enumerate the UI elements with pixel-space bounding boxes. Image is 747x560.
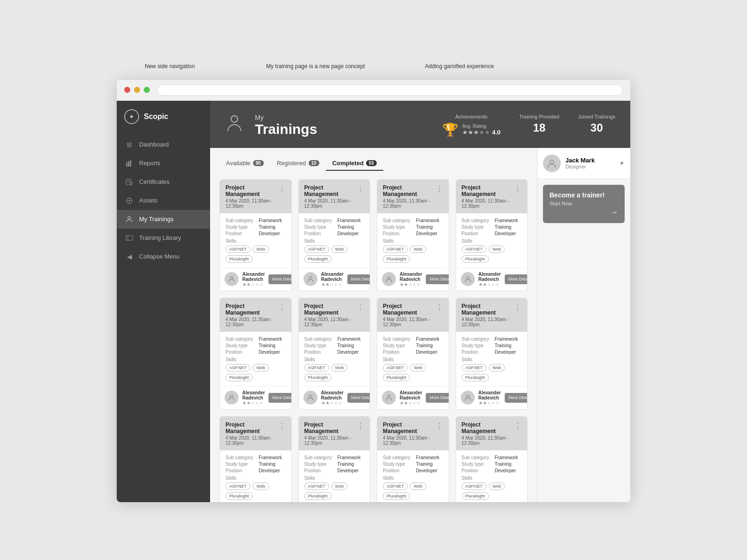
- instructor-avatar: [461, 391, 475, 405]
- card-body: Sub category Framework Study type Traini…: [377, 213, 449, 267]
- subcategory-label: Sub category: [462, 218, 492, 223]
- card-menu-button[interactable]: ⋮: [436, 184, 443, 193]
- card-date: 4 Mar 2020, 11:30am - 12:30pm: [226, 317, 278, 327]
- card-menu-button[interactable]: ⋮: [436, 303, 443, 312]
- skill-tag: ASP.NET: [304, 364, 329, 371]
- studytype-label: Study type: [226, 343, 256, 348]
- skill-tag: ASP.NET: [304, 483, 329, 490]
- card-footer: Alexander Radevich ★★★★★ More Details: [220, 386, 291, 409]
- svg-point-13: [128, 217, 131, 219]
- minimize-button[interactable]: [134, 87, 140, 93]
- card-row-subcategory: Sub category Framework: [226, 336, 286, 342]
- more-details-button[interactable]: More Details: [505, 274, 528, 285]
- subcategory-label: Sub category: [383, 218, 413, 223]
- card-menu-button[interactable]: ⋮: [357, 421, 364, 430]
- tab-registered[interactable]: Registered 10: [270, 156, 326, 171]
- more-details-button[interactable]: More Details: [426, 393, 449, 403]
- card-footer: Alexander Radevich ★★★★★ More Details: [220, 267, 291, 291]
- more-details-button[interactable]: More Details: [347, 274, 370, 285]
- studytype-value: Training: [259, 224, 275, 230]
- trainer-card[interactable]: Become a trainer! Start Now →: [543, 185, 625, 223]
- card-menu-button[interactable]: ⋮: [278, 421, 286, 430]
- close-button[interactable]: [124, 87, 130, 93]
- more-details-button[interactable]: More Details: [426, 274, 449, 285]
- card-date: 4 Mar 2020, 11:30am - 12:30pm: [226, 435, 278, 446]
- stat-training-provided: Training Provided 18: [519, 114, 559, 138]
- user-card[interactable]: Jack Mark Designer ▼: [537, 148, 630, 179]
- address-bar[interactable]: [157, 84, 623, 96]
- more-details-button[interactable]: More Details: [347, 393, 370, 403]
- sidebar-item-reports[interactable]: Reports: [117, 154, 210, 173]
- sidebar-item-training-library[interactable]: Training Library: [117, 229, 210, 247]
- more-details-button[interactable]: More Details: [505, 393, 528, 403]
- instructor-rating: ★★★★★: [242, 400, 265, 406]
- skills-label: Skills: [462, 238, 522, 244]
- sidebar-item-collapse-menu[interactable]: ◀ Collapse Menu: [117, 247, 210, 266]
- card-menu-button[interactable]: ⋮: [514, 184, 521, 193]
- card-menu-button[interactable]: ⋮: [278, 184, 286, 193]
- card-date: 4 Mar 2020, 11:30am - 12:30pm: [462, 198, 514, 209]
- card-row-studytype: Study type Training: [383, 343, 443, 348]
- card-body: Sub category Framework Study type Traini…: [456, 213, 528, 267]
- sidebar-item-dashboard[interactable]: ⊞ Dashboard: [117, 135, 210, 154]
- tab-available[interactable]: Available 90: [219, 156, 270, 171]
- subcategory-value: Framework: [416, 218, 439, 223]
- card-header: Project Management 4 Mar 2020, 11:30am -…: [220, 298, 291, 332]
- studytype-label: Study type: [226, 224, 256, 230]
- header-banner: My Trainings Achievements 🏆 Avg.: [210, 101, 630, 148]
- card-menu-button[interactable]: ⋮: [357, 303, 364, 312]
- maximize-button[interactable]: [144, 87, 150, 93]
- skill-tag: Web: [253, 483, 268, 490]
- card-footer: Alexander Radevich ★★★★★ More Details: [299, 267, 370, 291]
- position-value: Developer: [338, 350, 359, 355]
- card-row-studytype: Study type Training: [304, 224, 365, 230]
- position-label: Position: [226, 468, 256, 473]
- skill-tag: Pluralsight: [226, 255, 253, 263]
- skill-tag: ASP.NET: [383, 483, 408, 490]
- sidebar-item-assets[interactable]: Assets: [117, 191, 210, 210]
- studytype-label: Study type: [383, 462, 413, 467]
- studytype-label: Study type: [383, 224, 413, 230]
- skill-tag: ASP.NET: [226, 245, 250, 253]
- joined-trainings-value: 30: [591, 121, 603, 134]
- card-menu-button[interactable]: ⋮: [514, 421, 521, 430]
- instructor-name: Alexander Radevich: [321, 390, 344, 400]
- sidebar-item-certificates[interactable]: Certificates: [117, 173, 210, 191]
- card-menu-button[interactable]: ⋮: [514, 303, 521, 312]
- tab-completed[interactable]: Completed 55: [326, 156, 383, 171]
- instructor-info: Alexander Radevich ★★★★★: [479, 272, 501, 287]
- instructor-name: Alexander Radevich: [400, 390, 422, 400]
- skills-label: Skills: [226, 476, 286, 481]
- svg-point-16: [231, 116, 238, 122]
- svg-point-11: [127, 200, 127, 201]
- skills-tags: ASP.NETWebPluralsight: [383, 364, 443, 381]
- card-footer: Alexander Radevich ★★★★★ More Details: [299, 386, 370, 409]
- card-menu-button[interactable]: ⋮: [278, 303, 286, 312]
- instructor-rating: ★★★★★: [479, 282, 501, 287]
- more-details-button[interactable]: More Details: [268, 393, 291, 403]
- card-menu-button[interactable]: ⋮: [357, 184, 364, 193]
- dropdown-arrow-icon[interactable]: ▼: [619, 160, 625, 167]
- training-card: Project Management 4 Mar 2020, 11:30am -…: [377, 179, 449, 291]
- sidebar-item-my-trainings[interactable]: My Trainings: [117, 210, 210, 229]
- skill-tag: Web: [489, 364, 505, 371]
- skill-tag: Pluralsight: [304, 255, 331, 263]
- skills-tags: ASP.NETWebPluralsight: [462, 245, 522, 263]
- studytype-value: Training: [338, 462, 354, 467]
- card-date: 4 Mar 2020, 11:30am - 12:30pm: [304, 198, 357, 209]
- svg-point-12: [131, 200, 132, 201]
- card-row-studytype: Study type Training: [462, 462, 522, 467]
- more-details-button[interactable]: More Details: [268, 274, 291, 285]
- svg-point-18: [309, 277, 312, 280]
- card-header: Project Management 4 Mar 2020, 11:30am -…: [220, 180, 291, 213]
- skills-label: Skills: [226, 357, 286, 362]
- studytype-value: Training: [416, 462, 433, 467]
- sidebar-item-label: Collapse Menu: [139, 253, 180, 260]
- position-value: Developer: [495, 468, 516, 473]
- skill-tag: ASP.NET: [383, 245, 408, 253]
- card-row-position: Position Developer: [383, 468, 443, 473]
- card-row-subcategory: Sub category Framework: [383, 336, 443, 342]
- position-label: Position: [462, 468, 492, 473]
- card-menu-button[interactable]: ⋮: [436, 421, 443, 430]
- card-row-studytype: Study type Training: [226, 224, 286, 230]
